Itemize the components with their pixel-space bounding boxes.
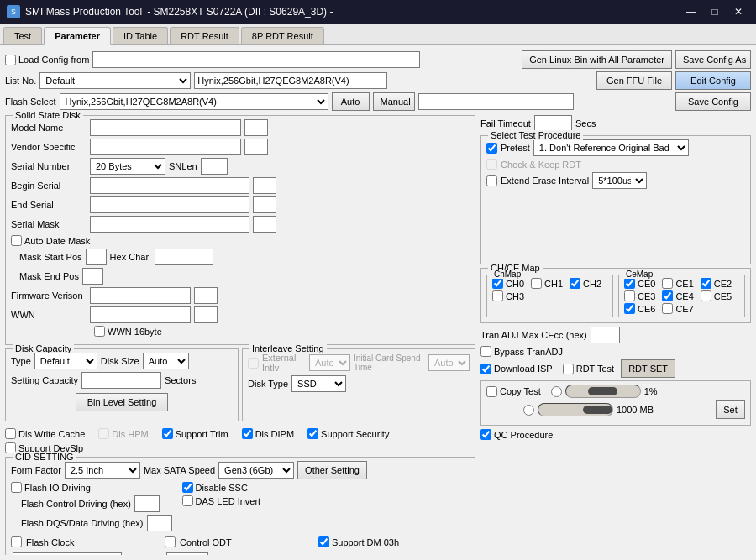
download-isp-checkbox[interactable] — [480, 364, 491, 374]
dis-write-cache-checkbox[interactable] — [5, 428, 16, 439]
ce4-checkbox[interactable] — [662, 290, 673, 301]
list-no-select[interactable]: Default — [39, 72, 191, 89]
db-label: SM2258XT-DataBase-S0715 — [418, 93, 574, 110]
control-odt-select[interactable]: 02h — [166, 552, 208, 555]
check-keep-rdt-checkbox[interactable] — [486, 159, 497, 170]
tab-rdt-result[interactable]: RDT Result — [170, 27, 239, 44]
begin-serial-input[interactable]: AA000000000000000427 — [90, 177, 249, 194]
ch1-checkbox[interactable] — [531, 278, 542, 289]
ce5-checkbox[interactable] — [701, 290, 711, 301]
fail-timeout-input[interactable]: 600 — [534, 115, 572, 132]
setting-cap-input[interactable]: 1073741824 — [81, 372, 161, 389]
hex-char-input[interactable] — [155, 249, 213, 265]
ce0-checkbox[interactable] — [624, 278, 635, 289]
mask-start-pos-input[interactable]: 4 — [86, 249, 107, 265]
max-sata-label: Max SATA Speed — [144, 465, 215, 475]
ce1-checkbox[interactable] — [662, 278, 673, 289]
flash-control-input[interactable]: 77 — [134, 495, 160, 512]
edit-config-button[interactable]: Edit Config — [675, 71, 751, 90]
tab-8p-rdt-result[interactable]: 8P RDT Result — [241, 27, 324, 44]
type-select[interactable]: Default — [34, 353, 97, 369]
manual-button[interactable]: Manual — [373, 92, 415, 111]
tran-adj-input[interactable]: 0 — [591, 327, 620, 343]
qc-procedure-checkbox[interactable] — [480, 429, 491, 440]
snlen-input[interactable]: 20 — [201, 158, 228, 175]
flash-select[interactable]: Hynix,256Gbit,H27QEG8M2A8R(V4) — [60, 93, 328, 110]
support-dm03h-checkbox[interactable] — [318, 536, 329, 547]
tab-id-table[interactable]: ID Table — [113, 27, 168, 44]
solid-state-disk-section: Solid State Disk Model Name SSD 40 Vendo… — [5, 115, 475, 345]
das-led-invert-checkbox[interactable] — [182, 495, 193, 506]
ch2-label: CH2 — [583, 279, 601, 289]
serial-mask-input[interactable]: AA################ — [90, 216, 249, 233]
save-config-as-button[interactable]: Save Config As — [675, 50, 751, 69]
rdt-set-button[interactable]: RDT SET — [621, 359, 675, 378]
set-button[interactable]: Set — [716, 400, 745, 419]
copy-pct-radio[interactable] — [551, 386, 562, 397]
ch3-checkbox[interactable] — [492, 290, 503, 301]
pretest-checkbox[interactable] — [486, 143, 497, 154]
extend-erase-select[interactable]: 5*100us — [592, 172, 647, 189]
other-setting-button[interactable]: Other Setting — [297, 461, 367, 479]
tab-test[interactable]: Test — [3, 27, 42, 44]
bin-level-button[interactable]: Bin Level Setting — [76, 393, 168, 411]
disk-size-select[interactable]: Auto — [143, 353, 189, 369]
mask-end-pos-label: Mask End Pos — [19, 271, 79, 281]
serial-num-select[interactable]: 20 Bytes — [90, 158, 165, 175]
serial-mask-label: Serial Mask — [11, 219, 87, 229]
ce7-checkbox[interactable] — [662, 303, 673, 314]
dis-dipm-checkbox[interactable] — [242, 428, 253, 439]
ce2-checkbox[interactable] — [701, 278, 711, 289]
disk-type-select[interactable]: SSD — [291, 375, 346, 392]
max-sata-select[interactable]: Gen3 (6Gb) — [218, 462, 294, 479]
bypass-tranadj-checkbox[interactable] — [480, 346, 491, 357]
external-intlv-checkbox[interactable] — [248, 358, 259, 369]
flash-io-driving-checkbox[interactable] — [11, 482, 22, 493]
wwn-input[interactable] — [90, 306, 191, 323]
sectors-label: Sectors — [165, 375, 196, 385]
ce3-checkbox[interactable] — [624, 290, 635, 301]
copy-mb-radio[interactable] — [523, 405, 534, 416]
ch2-checkbox[interactable] — [570, 278, 580, 289]
copy-test-checkbox[interactable] — [486, 386, 497, 397]
flash-clock-checkbox[interactable] — [11, 536, 22, 547]
ce6-checkbox[interactable] — [624, 303, 635, 314]
cid-setting-section: CID SETTING Form Factor 2.5 Inch Max SAT… — [5, 457, 475, 555]
dis-hpm-checkbox[interactable] — [98, 428, 109, 439]
auto-button[interactable]: Auto — [332, 92, 370, 111]
flash-clock-select[interactable]: 193.75MHz (DDR-38) — [13, 552, 122, 555]
model-name-input[interactable]: SSD — [90, 119, 241, 136]
select-test-label: Select Test Procedure — [488, 130, 583, 140]
initial-card-select[interactable]: Auto — [428, 354, 470, 371]
close-button[interactable]: ✕ — [727, 3, 749, 20]
extend-erase-checkbox[interactable] — [486, 175, 497, 186]
pretest-select[interactable]: 1. Don't Reference Original Bad — [533, 139, 689, 156]
wwn16-checkbox[interactable] — [94, 326, 105, 337]
snlen-label: SNLen — [169, 161, 197, 171]
support-security-checkbox[interactable] — [307, 428, 318, 439]
gen-ffu-button[interactable]: Gen FFU File — [596, 71, 672, 90]
firmware-input[interactable] — [90, 287, 191, 304]
load-config-path[interactable] — [92, 51, 420, 68]
disable-ssc-checkbox[interactable] — [182, 482, 193, 493]
tran-adj-label: Tran ADJ Max CEcc (hex) — [480, 330, 587, 340]
mask-end-pos-input[interactable]: 7 — [82, 268, 103, 285]
gen-linux-bin-button[interactable]: Gen Linux Bin with All Parameter — [522, 50, 672, 69]
maximize-button[interactable]: □ — [704, 3, 726, 20]
form-factor-select[interactable]: 2.5 Inch — [65, 462, 140, 479]
control-odt-checkbox[interactable] — [165, 536, 176, 547]
external-intlv-select[interactable]: Auto — [309, 354, 350, 371]
support-trim-checkbox[interactable] — [162, 428, 173, 439]
fail-timeout-label: Fail Timeout — [480, 118, 531, 128]
flash-dqs-input[interactable]: 77 — [147, 515, 172, 531]
save-config-button[interactable]: Save Config — [675, 92, 751, 111]
end-serial-input[interactable]: AA9999999999999999999 — [90, 196, 249, 213]
minimize-button[interactable]: — — [680, 3, 702, 20]
tab-parameter[interactable]: Parameter — [44, 27, 111, 45]
vendor-input[interactable]: SMI 2258XT PROJECT — [90, 139, 241, 155]
load-config-checkbox[interactable] — [5, 55, 16, 65]
rdt-test-checkbox[interactable] — [563, 364, 574, 374]
app-title: SMI Mass Production Tool — [25, 6, 142, 18]
auto-date-mask-checkbox[interactable] — [11, 235, 22, 246]
ch0-checkbox[interactable] — [492, 278, 503, 289]
